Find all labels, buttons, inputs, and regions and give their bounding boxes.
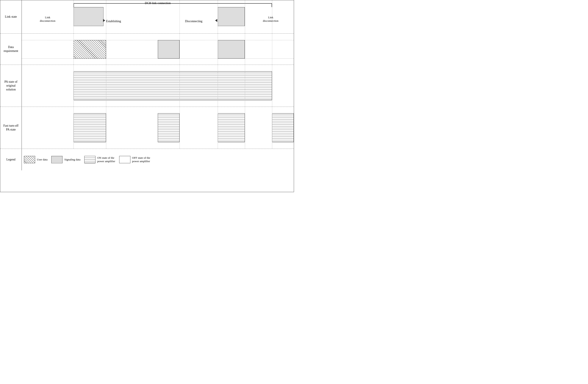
row-data-req: Datarequirement bbox=[0, 34, 294, 65]
legend-user-data-label: User data bbox=[37, 158, 47, 161]
establishing-arrow bbox=[103, 19, 105, 22]
signaling-box-2 bbox=[218, 40, 245, 58]
legend-content: User data Signaling data ON state of the… bbox=[22, 149, 294, 170]
row-pa-fast: Fast turn-offPA state bbox=[0, 107, 294, 149]
data-req-label: Datarequirement bbox=[0, 34, 22, 65]
pa-fast-label: Fast turn-offPA state bbox=[0, 107, 22, 149]
legend-items: User data Signaling data ON state of the… bbox=[22, 149, 294, 170]
link-state-content: DCH link connection Establishing Disconn… bbox=[22, 0, 294, 33]
signaling-box-1 bbox=[158, 40, 180, 58]
disconnecting-label: Disconnecting bbox=[185, 19, 202, 23]
user-data-box bbox=[74, 40, 106, 58]
legend-dotted-box bbox=[51, 156, 63, 163]
pa-original-label: PA state oforiginalsolution bbox=[0, 65, 22, 107]
legend-hatched-box bbox=[24, 156, 35, 163]
timing-diagram: Link state DCH link connection Establish… bbox=[0, 0, 294, 192]
row-link-state: Link state DCH link connection Establish… bbox=[0, 0, 294, 34]
fast-on-box-3 bbox=[218, 113, 245, 142]
disconnecting-arrow bbox=[215, 19, 217, 22]
fast-on-box-1 bbox=[74, 113, 106, 142]
legend-off-state: OFF state of thepower amplifier bbox=[119, 156, 150, 163]
legend-on-label: ON state of thepower amplifier bbox=[97, 156, 115, 163]
establishing-label: Establishing bbox=[106, 19, 121, 23]
legend-label: Legend bbox=[0, 149, 22, 170]
dotted-box-1 bbox=[74, 7, 104, 26]
row-legend: Legend User data Signaling data ON state… bbox=[0, 149, 294, 170]
dotted-box-2 bbox=[218, 7, 245, 26]
link-state-label: Link state bbox=[0, 0, 22, 33]
fast-on-box-2 bbox=[158, 113, 180, 142]
pa-fast-content bbox=[22, 107, 294, 149]
legend-empty-box bbox=[119, 156, 130, 163]
legend-signaling-data: Signaling data bbox=[51, 156, 80, 163]
legend-user-data: User data bbox=[24, 156, 47, 163]
legend-hlines-box bbox=[84, 156, 95, 163]
link-disc-right: Linkdisconnection bbox=[248, 16, 294, 23]
pa-on-box bbox=[74, 71, 272, 100]
dch-label: DCH link connection bbox=[22, 1, 294, 5]
legend-signaling-label: Signaling data bbox=[64, 158, 80, 161]
row-pa-original: PA state oforiginalsolution bbox=[0, 65, 294, 107]
data-req-content bbox=[22, 34, 294, 65]
legend-on-state: ON state of thepower amplifier bbox=[84, 156, 115, 163]
fast-on-box-4 bbox=[272, 113, 294, 142]
pa-original-content bbox=[22, 65, 294, 107]
legend-off-label: OFF state of thepower amplifier bbox=[132, 156, 150, 163]
link-disc-left: Linkdisconnection bbox=[24, 16, 71, 23]
